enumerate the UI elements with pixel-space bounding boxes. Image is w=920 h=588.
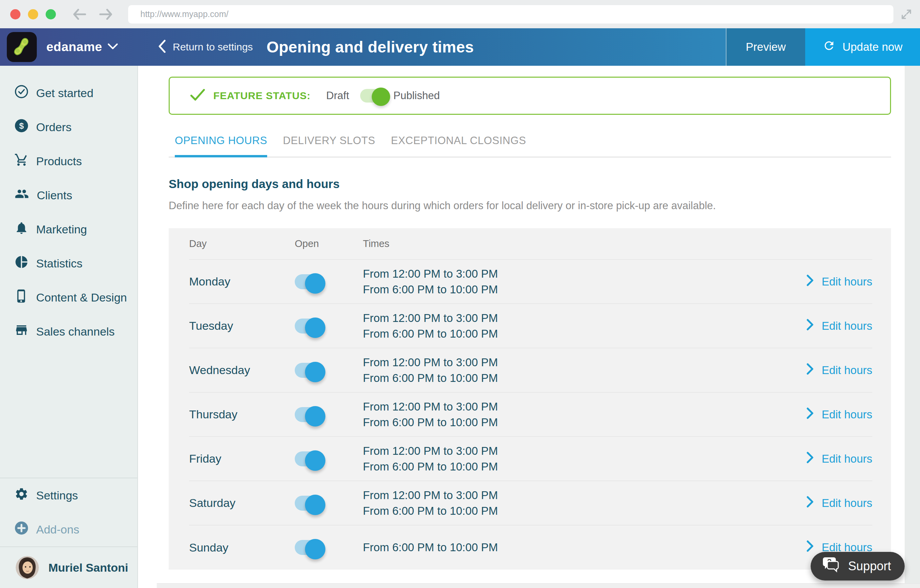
table-row-monday: MondayFrom 12:00 PM to 3:00 PMFrom 6:00 …: [189, 259, 872, 304]
tab-delivery-slots[interactable]: DELIVERY SLOTS: [283, 134, 375, 157]
day-label: Sunday: [189, 541, 295, 554]
sidebar-item-statistics[interactable]: Statistics: [0, 246, 137, 280]
phone-icon: [14, 289, 29, 306]
return-to-settings-label: Return to settings: [173, 41, 253, 53]
cart-icon: [14, 152, 29, 170]
times-cell: From 12:00 PM to 3:00 PMFrom 6:00 PM to …: [363, 488, 787, 519]
check-circle-icon: [14, 84, 29, 102]
toggle-knob: [305, 495, 326, 515]
sidebar-item-sales-channels[interactable]: Sales channels: [0, 314, 137, 348]
edit-hours-link-thursday[interactable]: Edit hours: [787, 407, 872, 422]
opening-hours-table: Day Open Times MondayFrom 12:00 PM to 3:…: [168, 228, 891, 570]
edit-hours-link-monday[interactable]: Edit hours: [787, 275, 872, 289]
sidebar-item-settings[interactable]: Settings: [0, 478, 137, 512]
toggle-knob: [305, 539, 326, 559]
store-name: edaname: [46, 40, 102, 54]
sidebar-item-content-design[interactable]: Content & Design: [0, 280, 137, 314]
edit-hours-link-friday[interactable]: Edit hours: [787, 452, 872, 466]
url-input[interactable]: [128, 5, 893, 24]
table-row-wednesday: WednesdayFrom 12:00 PM to 3:00 PMFrom 6:…: [189, 348, 872, 392]
fullscreen-icon[interactable]: [900, 8, 912, 22]
update-now-button[interactable]: Update now: [805, 28, 920, 66]
times-cell: From 12:00 PM to 3:00 PMFrom 6:00 PM to …: [363, 266, 787, 297]
section-description: Define here for each day of the week the…: [168, 200, 891, 212]
edit-hours-link-saturday[interactable]: Edit hours: [787, 496, 872, 510]
column-header-times: Times: [363, 238, 787, 249]
preview-button[interactable]: Preview: [726, 28, 805, 66]
return-to-settings-link[interactable]: Return to settings: [158, 28, 253, 66]
edamame-bean-icon: [11, 36, 32, 58]
next-section-edge: [157, 583, 920, 588]
browser-chrome: [0, 0, 920, 28]
sidebar: Get started$OrdersProductsClientsMarketi…: [0, 66, 138, 588]
tab-exceptional-closings[interactable]: EXCEPTIONAL CLOSINGS: [391, 134, 526, 157]
sidebar-item-orders[interactable]: $Orders: [0, 110, 137, 144]
sidebar-item-label: Sales channels: [36, 325, 115, 338]
toggle-knob: [305, 317, 326, 338]
open-toggle-saturday[interactable]: [295, 496, 324, 511]
day-label: Friday: [189, 452, 295, 465]
minimize-window-button[interactable]: [28, 9, 38, 19]
edit-hours-link-tuesday[interactable]: Edit hours: [787, 319, 872, 333]
table-row-sunday: SundayFrom 6:00 PM to 10:00 PMEdit hours: [189, 525, 872, 570]
times-cell: From 12:00 PM to 3:00 PMFrom 6:00 PM to …: [363, 399, 787, 430]
open-toggle-thursday[interactable]: [295, 407, 324, 422]
maximize-window-button[interactable]: [46, 9, 56, 19]
forward-arrow-icon[interactable]: [99, 8, 113, 20]
feature-status-label: FEATURE STATUS:: [213, 90, 310, 102]
main-content: FEATURE STATUS: Draft Published OPENING …: [138, 66, 920, 588]
bell-icon: [14, 221, 29, 238]
chevron-right-icon: [807, 319, 814, 333]
section-heading: Shop opening days and hours: [168, 177, 891, 191]
chevron-left-icon: [158, 39, 166, 55]
plus-circle-icon: [14, 521, 29, 538]
store-switcher[interactable]: edaname: [0, 28, 138, 66]
toggle-knob: [305, 450, 326, 471]
times-cell: From 12:00 PM to 3:00 PMFrom 6:00 PM to …: [363, 443, 787, 475]
people-icon: [14, 187, 29, 204]
publish-toggle[interactable]: [360, 89, 387, 102]
dollar-circle-icon: $: [14, 118, 29, 136]
store-icon: [14, 323, 29, 340]
sidebar-item-products[interactable]: Products: [0, 144, 137, 178]
tab-bar: OPENING HOURSDELIVERY SLOTSEXCEPTIONAL C…: [168, 134, 891, 157]
user-account-row[interactable]: Muriel Santoni: [0, 547, 137, 588]
edit-hours-link-wednesday[interactable]: Edit hours: [787, 363, 872, 377]
back-arrow-icon[interactable]: [72, 8, 87, 20]
sidebar-item-clients[interactable]: Clients: [0, 178, 137, 212]
sidebar-item-get-started[interactable]: Get started: [0, 76, 137, 110]
sidebar-item-marketing[interactable]: Marketing: [0, 212, 137, 246]
sidebar-item-add-ons[interactable]: Add-ons: [0, 512, 137, 546]
edit-hours-label: Edit hours: [821, 319, 872, 332]
open-toggle-monday[interactable]: [295, 274, 324, 289]
support-label: Support: [848, 559, 891, 573]
sidebar-item-label: Get started: [36, 86, 93, 100]
day-label: Tuesday: [189, 319, 295, 332]
edit-hours-label: Edit hours: [821, 364, 872, 377]
times-cell: From 12:00 PM to 3:00 PMFrom 6:00 PM to …: [363, 310, 787, 342]
chevron-right-icon: [807, 275, 814, 289]
column-header-open: Open: [295, 238, 363, 249]
open-toggle-wednesday[interactable]: [295, 363, 324, 378]
open-toggle-sunday[interactable]: [295, 540, 324, 555]
edit-hours-label: Edit hours: [821, 275, 872, 288]
support-button[interactable]: ? Support: [811, 552, 905, 580]
day-label: Wednesday: [189, 363, 295, 377]
toggle-knob: [305, 406, 326, 426]
edit-hours-label: Edit hours: [821, 497, 872, 510]
edit-hours-label: Edit hours: [821, 452, 872, 465]
sidebar-item-label: Orders: [36, 121, 71, 134]
chat-help-icon: ?: [821, 556, 841, 577]
app-header: edaname Return to settings Opening and d…: [0, 28, 920, 66]
open-toggle-friday[interactable]: [295, 451, 324, 467]
sidebar-item-label: Content & Design: [36, 291, 127, 304]
tab-opening-hours[interactable]: OPENING HOURS: [175, 134, 267, 157]
close-window-button[interactable]: [10, 9, 21, 19]
day-label: Monday: [189, 275, 295, 288]
sidebar-item-label: Statistics: [36, 257, 83, 270]
chevron-right-icon: [807, 452, 814, 466]
sidebar-item-label: Marketing: [36, 223, 87, 236]
open-toggle-tuesday[interactable]: [295, 319, 324, 334]
chevron-down-icon: [108, 43, 118, 51]
pie-icon: [14, 255, 29, 272]
